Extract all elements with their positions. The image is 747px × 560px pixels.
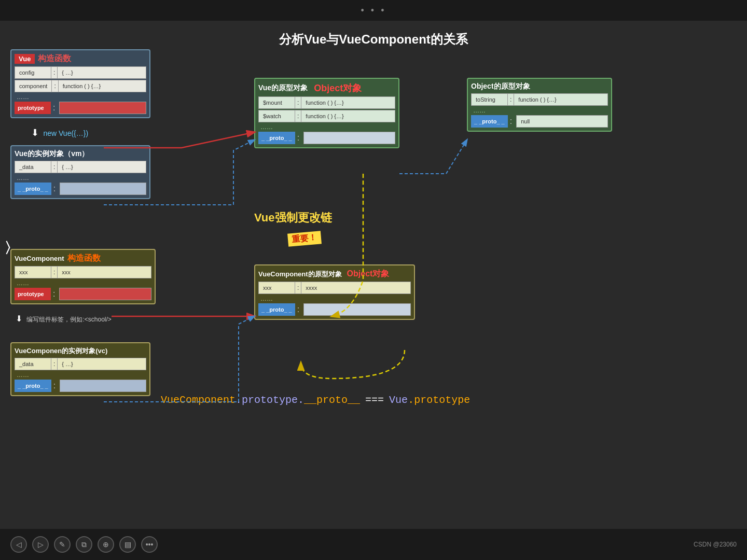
object-prototype-box: Object的原型对象 toString : function ( ) {…} … <box>467 78 612 132</box>
menu-btn[interactable]: ▤ <box>119 536 136 553</box>
vue-constructor-title: Vue 构造函数 <box>15 53 146 64</box>
vue-prototype-box: Vue的原型对象 Object对象 $mount : function ( ) … <box>254 78 399 148</box>
vc-inst-data-row: _data : { …} <box>15 358 146 370</box>
bottom-formula: VueComponent.prototype.__proto__===Vue.p… <box>161 394 470 406</box>
vc-inst-proto-btn: _ _proto_ _ <box>15 380 51 392</box>
vue-config-row: config : { …} <box>15 66 146 79</box>
write-component-label: ⬇ 编写组件标签，例如:<school/> <box>16 314 112 324</box>
formula-text: VueComponent <box>161 394 236 406</box>
play-btn[interactable]: ▷ <box>32 536 49 553</box>
bottom-logo: CSDN @23060 <box>694 541 737 548</box>
top-dots: • • • <box>361 5 386 16</box>
vue-instance-box: Vue的实例对象（vm） _data : { …} …… _ _proto_ _… <box>10 145 150 199</box>
vue-instance-title: Vue的实例对象（vm） <box>15 149 146 159</box>
watch-row: $watch : function ( ) {…} <box>258 110 395 122</box>
obj-proto-null-val: null <box>516 115 608 128</box>
vuecomponent-title: VueComponent 构造函数 <box>15 253 151 264</box>
vc-proto-proto-val <box>303 303 411 316</box>
vue-prototype-val <box>59 102 146 114</box>
vm-proto-val <box>60 183 146 195</box>
object-prototype-title: Object的原型对象 <box>471 82 608 91</box>
new-vue-label: ⬇ new Vue({…}) <box>31 127 88 138</box>
page-title: 分析Vue与VueComponent的关系 <box>16 31 731 48</box>
more-btn[interactable]: ••• <box>141 536 158 553</box>
tostring-row: toString : function ( ) {…} <box>471 93 608 106</box>
vm-proto-row: _ _proto_ _ : <box>15 183 146 195</box>
bottom-bar: ◁ ▷ ✎ ⧉ ⊕ ▤ ••• CSDN @23060 <box>0 529 747 560</box>
main-content: 分析Vue与VueComponent的关系 Vue 构造函数 config : … <box>0 21 747 529</box>
vc-prototype-val <box>59 288 151 300</box>
vm-proto-btn: _ _proto_ _ <box>15 183 51 195</box>
copy-btn[interactable]: ⧉ <box>76 536 92 553</box>
obj-proto-btn: _ _proto_ _ <box>471 115 508 128</box>
side-bracket: 〉 <box>4 239 19 258</box>
vue-constructor-box: Vue 构造函数 config : { …} component : funct… <box>10 49 150 118</box>
vm-data-row: _data : { …} <box>15 161 146 173</box>
vue-force-label: Vue强制更改链 <box>254 210 332 226</box>
vuecomponent-prototype-box: VueComponent的原型对象 Object对象 xxx : xxxx ……… <box>254 264 415 320</box>
vuecomponent-constructor-box: VueComponent 构造函数 xxx : xxx …… prototype… <box>10 249 156 304</box>
vue-proto-proto-val <box>303 132 395 144</box>
vc-proto-proto-row: _ _proto_ _ : <box>258 303 411 316</box>
vue-prototype-row: prototype : <box>15 102 146 114</box>
obj-proto-row: _ _proto_ _ : null <box>471 115 608 128</box>
zoom-btn[interactable]: ⊕ <box>98 536 114 553</box>
vc-inst-proto-val <box>60 380 146 392</box>
vue-prototype-box-title: Vue的原型对象 Object对象 <box>258 82 395 94</box>
edit-btn[interactable]: ✎ <box>54 536 71 553</box>
bottom-controls: ◁ ▷ ✎ ⧉ ⊕ ▤ ••• <box>10 536 158 553</box>
vue-prototype-btn: prototype <box>15 102 51 114</box>
vc-xxx-row: xxx : xxx <box>15 266 151 278</box>
vc-prototype-btn: prototype <box>15 288 51 300</box>
vuecomponent-prototype-title: VueComponent的原型对象 Object对象 <box>258 269 411 279</box>
prev-btn[interactable]: ◁ <box>10 536 27 553</box>
vc-proto-proto-btn: _ _proto_ _ <box>258 303 295 316</box>
top-bar: • • • <box>0 0 747 21</box>
vue-component-row: component : function ( ) {…} <box>15 80 146 92</box>
vc-inst-proto-row: _ _proto_ _ : <box>15 380 146 392</box>
vue-proto-proto-row: _ _proto_ _ : <box>258 132 395 144</box>
vue-label: Vue <box>15 54 35 64</box>
vue-proto-proto-btn: _ _proto_ _ <box>258 132 295 144</box>
constructor-label: 构造函数 <box>38 53 71 64</box>
config-key: config <box>15 67 51 78</box>
vc-proto-xxx-row: xxx : xxxx <box>258 282 411 294</box>
vue-dots: …… <box>15 93 146 101</box>
vuecomponent-instance-title: VueComponen的实例对象(vc) <box>15 346 146 356</box>
important-label: 重要！ <box>287 231 322 246</box>
mount-row: $mount : function ( ) {…} <box>258 96 395 109</box>
vuecomponent-instance-box: VueComponen的实例对象(vc) _data : { …} …… _ _… <box>10 342 150 396</box>
vc-prototype-row: prototype : <box>15 288 151 300</box>
